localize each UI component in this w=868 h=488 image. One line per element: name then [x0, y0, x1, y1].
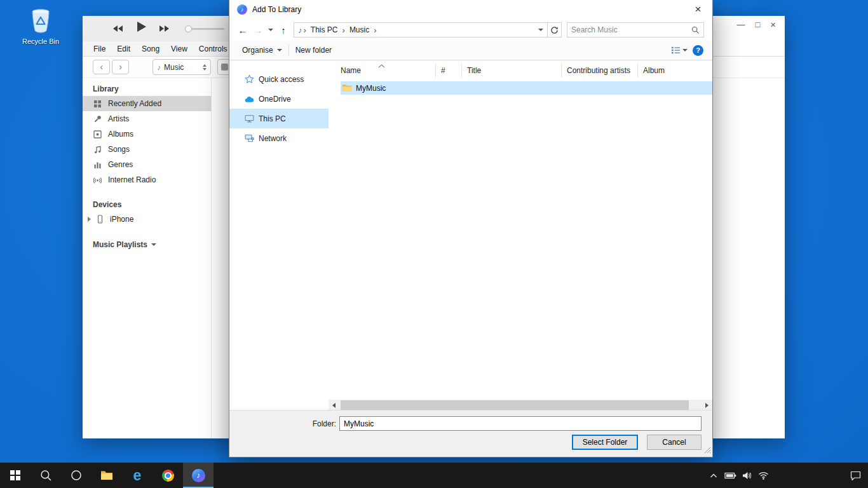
- file-name: MyMusic: [356, 84, 386, 93]
- scrollbar-track[interactable]: [339, 400, 702, 410]
- dialog-body: Quick access OneDrive This PC: [229, 61, 712, 410]
- recycle-bin[interactable]: Recycle Bin: [17, 5, 65, 45]
- chrome-button[interactable]: [153, 463, 183, 488]
- taskbar: e ♪: [0, 463, 868, 488]
- sidebar-item-internet-radio[interactable]: Internet Radio: [83, 172, 211, 187]
- address-bar[interactable]: ♪ › This PC › Music ›: [294, 22, 548, 37]
- fast-forward-button[interactable]: [159, 24, 170, 35]
- forward-button[interactable]: →: [250, 25, 266, 36]
- back-button[interactable]: ←: [235, 25, 250, 36]
- play-button[interactable]: [135, 20, 147, 35]
- nav-item-quick-access[interactable]: Quick access: [229, 69, 329, 89]
- file-list: Name # Title Contributing artists Album …: [329, 61, 712, 410]
- edge-button[interactable]: e: [122, 463, 153, 488]
- nav-item-onedrive[interactable]: OneDrive: [229, 89, 329, 109]
- search-box: [567, 22, 704, 37]
- sidebar-item-recently-added[interactable]: Recently Added: [83, 96, 211, 111]
- battery-icon[interactable]: [722, 472, 738, 479]
- search-icon: [691, 26, 700, 34]
- rewind-button[interactable]: [112, 24, 123, 35]
- scrollbar-thumb[interactable]: [341, 400, 689, 410]
- itunes-window-controls: — □ ×: [736, 18, 776, 31]
- microphone-icon: [93, 115, 102, 123]
- menu-edit[interactable]: Edit: [111, 44, 136, 53]
- up-button[interactable]: ↑: [276, 25, 291, 36]
- dialog-navbar: ← → ↑ ♪ › This PC › Music ›: [229, 19, 712, 41]
- sidebar-item-label: Genres: [108, 160, 133, 169]
- menu-file[interactable]: File: [88, 44, 111, 53]
- column-album[interactable]: Album: [638, 64, 712, 78]
- menu-view[interactable]: View: [165, 44, 193, 53]
- nav-item-network[interactable]: Network: [229, 128, 329, 148]
- media-selector[interactable]: ♪ Music: [153, 59, 211, 75]
- expander-icon[interactable]: [88, 217, 91, 222]
- sidebar-item-label: Songs: [108, 145, 130, 154]
- volume-slider[interactable]: [186, 28, 224, 30]
- close-icon[interactable]: ×: [770, 18, 776, 31]
- sidebar-item-iphone[interactable]: iPhone: [83, 212, 211, 226]
- sidebar-item-artists[interactable]: Artists: [83, 111, 211, 126]
- close-icon[interactable]: ×: [684, 0, 712, 19]
- chevron-down-icon: [151, 243, 156, 246]
- itunes-icon: ♪: [192, 469, 205, 482]
- sidebar-item-songs[interactable]: Songs: [83, 142, 211, 157]
- horizontal-scrollbar[interactable]: [329, 400, 712, 410]
- column-contributing-artists[interactable]: Contributing artists: [562, 64, 638, 78]
- action-center-icon: [850, 471, 861, 480]
- monitor-icon: [245, 114, 254, 123]
- folder-name-input[interactable]: [339, 416, 702, 431]
- sidebar-item-genres[interactable]: Genres: [83, 157, 211, 172]
- itunes-back-button[interactable]: ‹: [93, 60, 110, 74]
- address-dropdown-icon[interactable]: [538, 29, 543, 31]
- show-hidden-icons-button[interactable]: [705, 473, 722, 478]
- breadcrumb-music[interactable]: Music: [346, 25, 372, 34]
- organise-button[interactable]: Organise: [236, 41, 288, 60]
- navigation-pane: Quick access OneDrive This PC: [229, 61, 329, 410]
- organise-label: Organise: [242, 46, 273, 55]
- itunes-forward-button[interactable]: ›: [112, 60, 129, 74]
- select-folder-button[interactable]: Select Folder: [572, 435, 638, 450]
- itunes-taskbar-button[interactable]: ♪: [183, 463, 214, 488]
- playlists-header-label: Music Playlists: [93, 240, 147, 249]
- nav-item-label: This PC: [259, 114, 286, 123]
- volume-icon[interactable]: [738, 471, 755, 480]
- scroll-left-button[interactable]: [329, 400, 339, 410]
- network-wifi-icon[interactable]: [755, 471, 771, 480]
- column-name[interactable]: Name: [329, 64, 436, 78]
- menu-song[interactable]: Song: [136, 44, 165, 53]
- column-title[interactable]: Title: [462, 64, 562, 78]
- folder-icon: [342, 84, 352, 92]
- cortana-button[interactable]: [61, 463, 92, 488]
- start-button[interactable]: [0, 463, 31, 488]
- breadcrumb-this-pc[interactable]: This PC: [308, 25, 341, 34]
- chevron-down-icon: [682, 49, 688, 51]
- column-number[interactable]: #: [436, 64, 462, 78]
- minimize-icon[interactable]: —: [736, 18, 745, 31]
- action-center-button[interactable]: [843, 471, 868, 480]
- scroll-right-button[interactable]: [702, 400, 712, 410]
- resize-grip[interactable]: [703, 446, 711, 456]
- file-row-mymusic[interactable]: MyMusic: [341, 81, 712, 95]
- search-icon: [40, 470, 52, 482]
- playlists-header[interactable]: Music Playlists: [93, 240, 211, 249]
- breadcrumb-chevron-icon: ›: [302, 25, 308, 35]
- new-folder-button[interactable]: New folder: [289, 41, 338, 60]
- volume-knob[interactable]: [185, 25, 192, 32]
- help-button[interactable]: ?: [693, 45, 703, 56]
- file-explorer-button[interactable]: [92, 463, 122, 488]
- menu-controls[interactable]: Controls: [193, 44, 233, 53]
- iphone-icon: [96, 215, 104, 224]
- change-view-button[interactable]: [671, 46, 688, 55]
- cancel-button[interactable]: Cancel: [647, 435, 702, 450]
- search-input[interactable]: [571, 25, 691, 34]
- recent-locations-dropdown[interactable]: [266, 29, 276, 31]
- nav-item-this-pc[interactable]: This PC: [229, 109, 329, 128]
- breadcrumb-chevron-icon: ›: [372, 25, 377, 35]
- refresh-button[interactable]: [548, 22, 562, 37]
- chevron-down-icon: [277, 49, 282, 51]
- taskbar-search-button[interactable]: [31, 463, 61, 488]
- sidebar-item-label: Recently Added: [108, 99, 161, 108]
- maximize-icon[interactable]: □: [755, 18, 760, 31]
- sidebar-item-albums[interactable]: Albums: [83, 126, 211, 142]
- new-folder-label: New folder: [295, 46, 332, 55]
